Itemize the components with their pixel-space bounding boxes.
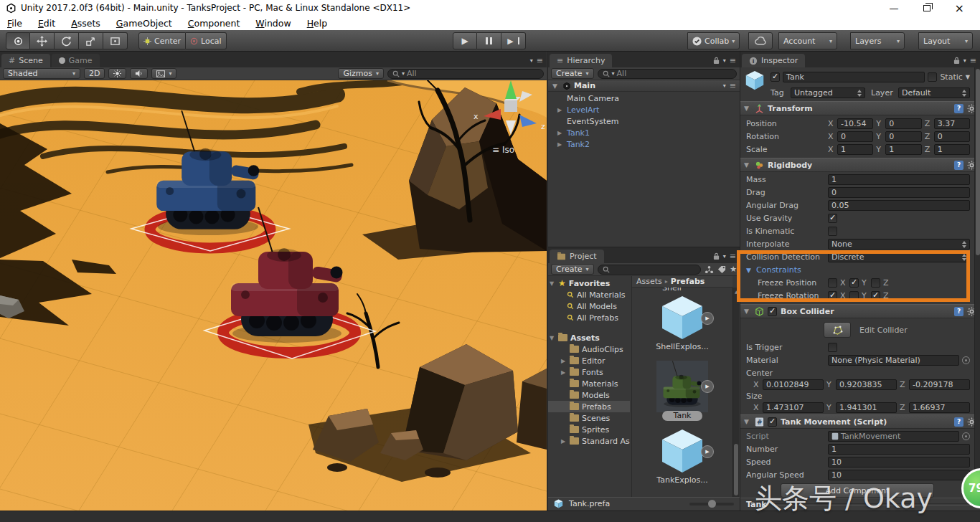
freeze-rotation-x-checkbox[interactable] xyxy=(828,291,837,300)
rotation-y-field[interactable]: 0 xyxy=(885,131,921,142)
menu-assets[interactable]: Assets xyxy=(71,18,100,29)
item-tankexplosion-label[interactable]: TankExplos... xyxy=(632,475,732,485)
favorite-all-prefabs[interactable]: All Prefabs xyxy=(548,312,630,323)
folder-sprites[interactable]: Sprites xyxy=(548,424,630,435)
rigidbody-header[interactable]: ▼ Rigidbody ? xyxy=(740,158,980,172)
folder-audioclips[interactable]: AudioClips xyxy=(548,343,630,355)
scene-panel-menu[interactable]: ▾≡ xyxy=(530,56,547,67)
project-scrollbar[interactable]: ▲ xyxy=(732,288,739,497)
thumbnail-size-slider[interactable] xyxy=(689,503,734,506)
freeze-position-z-checkbox[interactable] xyxy=(871,278,880,288)
folder-fonts[interactable]: ▶Fonts xyxy=(548,366,630,378)
position-x-field[interactable]: -10.54 xyxy=(837,118,873,129)
static-dropdown[interactable]: ▼ xyxy=(966,74,970,80)
project-create-dropdown[interactable]: Create▾ xyxy=(551,264,594,275)
drag-field[interactable]: 0 xyxy=(828,187,970,198)
object-picker-icon[interactable] xyxy=(962,356,970,364)
constraints-foldout[interactable]: ▼Constraints xyxy=(746,264,970,276)
folder-editor[interactable]: ▶Editor xyxy=(548,355,630,366)
prefab-play-badge[interactable]: ▶ xyxy=(701,380,714,393)
inspector-panel-menu[interactable]: ▾ xyxy=(963,57,966,64)
edit-collider-button[interactable] xyxy=(824,322,851,338)
menu-file[interactable]: File xyxy=(7,18,22,29)
step-button[interactable]: ▶ xyxy=(501,32,526,49)
prefab-play-badge[interactable]: ▶ xyxy=(701,312,714,325)
box-collider-header[interactable]: ▼ Box Collider ? xyxy=(740,304,980,318)
layout-dropdown[interactable]: Layout▾ xyxy=(918,32,973,49)
minimize-button[interactable]: — xyxy=(890,3,899,14)
close-button[interactable]: × xyxy=(955,1,964,15)
size-x-field[interactable]: 1.473107 xyxy=(763,402,824,413)
inspector-scrollbar[interactable] xyxy=(974,67,980,498)
expand-arrow-icon[interactable]: ▶ xyxy=(557,130,562,136)
rotate-tool-button[interactable] xyxy=(55,32,79,49)
is-kinematic-checkbox[interactable] xyxy=(828,227,837,236)
assets-root[interactable]: ▼Assets xyxy=(548,332,630,343)
size-z-field[interactable]: 1.66937 xyxy=(909,402,970,413)
transform-header[interactable]: ▼ Transform ? xyxy=(740,101,980,115)
expand-arrow-icon[interactable]: ▶ xyxy=(557,141,562,148)
tag-dropdown[interactable]: Untagged xyxy=(791,87,865,98)
script-reference-field[interactable]: TankMovement xyxy=(828,431,959,442)
folder-prefabs[interactable]: Prefabs xyxy=(548,401,630,412)
layer-dropdown[interactable]: Default xyxy=(898,87,970,98)
menu-window[interactable]: Window xyxy=(255,18,291,29)
tab-game[interactable]: Game xyxy=(52,54,100,67)
menu-component[interactable]: Component xyxy=(188,18,240,29)
account-dropdown[interactable]: Account▾ xyxy=(778,32,837,49)
center-z-field[interactable]: -0.209178 xyxy=(909,379,970,390)
move-tool-button[interactable] xyxy=(30,32,55,49)
menu-gameobject[interactable]: GameObject xyxy=(116,18,172,29)
freeze-position-y-checkbox[interactable] xyxy=(849,278,859,288)
gizmo-cube[interactable] xyxy=(504,100,517,112)
audio-toggle-button[interactable] xyxy=(130,68,148,79)
cloud-button[interactable] xyxy=(748,32,773,49)
expand-arrow-icon[interactable]: ▶ xyxy=(557,107,562,113)
favorites-star-icon[interactable]: ★ xyxy=(730,265,737,274)
is-trigger-checkbox[interactable] xyxy=(828,343,837,352)
folder-standard-assets[interactable]: ▶Standard As xyxy=(548,435,630,447)
size-y-field[interactable]: 1.941301 xyxy=(836,402,897,413)
item-tank-label[interactable]: Tank xyxy=(662,411,702,421)
lock-icon[interactable] xyxy=(713,252,720,260)
effects-dropdown[interactable]: ▾ xyxy=(151,68,176,79)
project-menu-icon[interactable]: ≡ xyxy=(730,252,736,261)
favorite-all-models[interactable]: All Models xyxy=(548,300,630,312)
space-local-button[interactable]: Local xyxy=(186,32,227,49)
scale-x-field[interactable]: 1 xyxy=(837,144,873,155)
scene-row-menu[interactable]: ▾ xyxy=(723,82,726,89)
help-icon[interactable]: ? xyxy=(954,104,963,113)
active-checkbox[interactable] xyxy=(771,72,780,82)
breadcrumb-prefabs[interactable]: Prefabs xyxy=(671,277,705,286)
interpolate-dropdown[interactable]: None xyxy=(828,239,970,250)
layers-dropdown[interactable]: Layers▾ xyxy=(850,32,905,49)
scale-tool-button[interactable] xyxy=(79,32,103,49)
hierarchy-panel-menu[interactable]: ▾ xyxy=(723,57,726,64)
script-enabled-checkbox[interactable] xyxy=(768,417,777,427)
object-picker-icon[interactable] xyxy=(962,432,970,440)
lock-icon[interactable] xyxy=(713,57,720,65)
rotation-z-field[interactable]: 0 xyxy=(934,131,970,142)
pause-button[interactable] xyxy=(477,32,501,49)
item-tankexplosion-icon[interactable] xyxy=(659,428,705,474)
play-button[interactable]: ▶ xyxy=(453,32,477,49)
help-icon[interactable]: ? xyxy=(954,307,963,316)
favorites-root[interactable]: ▼★Favorites xyxy=(548,277,630,289)
speed-field[interactable]: 10 xyxy=(828,457,970,468)
menu-help[interactable]: Help xyxy=(307,18,328,29)
help-icon[interactable]: ? xyxy=(954,161,963,170)
angular-speed-field[interactable]: 10 xyxy=(828,470,970,480)
lighting-toggle-button[interactable] xyxy=(108,68,126,79)
item-shellexplosion-icon[interactable] xyxy=(659,295,705,341)
center-y-field[interactable]: 0.9203835 xyxy=(836,379,897,390)
hierarchy-search-input[interactable]: ▾All xyxy=(598,69,737,79)
hierarchy-item-tank1[interactable]: ▶Tank1 xyxy=(548,127,738,138)
restore-button[interactable] xyxy=(923,5,930,11)
hierarchy-item-eventsystem[interactable]: EventSystem xyxy=(548,115,738,127)
collision-detection-dropdown[interactable]: Discrete xyxy=(828,252,970,262)
collab-dropdown[interactable]: Collab▾ xyxy=(687,32,740,49)
tab-project[interactable]: Project xyxy=(550,250,604,263)
2d-toggle-button[interactable]: 2D xyxy=(84,68,105,79)
pivot-center-button[interactable]: Center xyxy=(138,32,186,49)
tab-hierarchy[interactable]: ≡Hierarchy xyxy=(550,54,612,67)
